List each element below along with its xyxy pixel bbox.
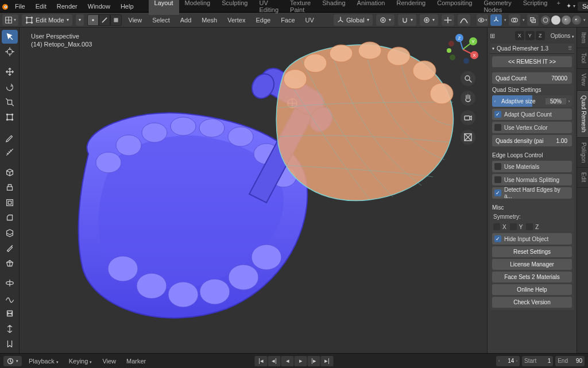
tool-rotate[interactable] xyxy=(2,80,18,94)
gizmo-toggle[interactable] xyxy=(490,14,502,26)
sym-z[interactable]: Z xyxy=(526,223,539,230)
editor-type-button[interactable]: ▾ xyxy=(2,14,18,26)
rendered-shading[interactable] xyxy=(572,16,581,25)
axis-z-toggle[interactable]: Z xyxy=(536,31,545,40)
tool-scale[interactable] xyxy=(2,95,18,109)
wireframe-shading[interactable] xyxy=(541,16,550,25)
timeline-editor-icon[interactable]: ▾ xyxy=(3,356,22,366)
menu-add[interactable]: Add xyxy=(177,17,195,24)
scene-selector[interactable]: ✦▾ Scene xyxy=(564,2,588,11)
overlays-toggle[interactable] xyxy=(509,14,520,26)
play-reverse-button[interactable]: ◂ xyxy=(281,356,294,366)
menu-select[interactable]: Select xyxy=(149,17,173,24)
xray-toggle[interactable] xyxy=(527,14,539,26)
tool-smooth[interactable] xyxy=(2,292,18,305)
edge-select-mode[interactable] xyxy=(99,14,110,26)
timeline-view-menu[interactable]: View xyxy=(99,358,119,365)
tab-texture-paint[interactable]: Texture Paint xyxy=(284,0,316,15)
tab-edit[interactable]: Edit xyxy=(577,168,588,187)
detect-hard-edges-check[interactable]: ✓Detect Hard Edges by a... xyxy=(492,187,572,199)
use-normals-check[interactable]: Use Normals Splitting xyxy=(492,174,572,185)
sym-y[interactable]: Y xyxy=(510,223,523,230)
perspective-icon[interactable] xyxy=(461,130,475,145)
tool-extrude[interactable] xyxy=(2,181,18,195)
tab-shading[interactable]: Shading xyxy=(316,0,351,15)
adaptive-size-slider[interactable]: ‹ Adaptive size 50% › xyxy=(492,95,572,107)
hide-input-check[interactable]: ✓Hide Input Object xyxy=(492,233,572,245)
online-help-button[interactable]: Online Help xyxy=(492,284,572,295)
prev-key-button[interactable]: ◂| xyxy=(268,356,281,366)
keying-menu[interactable]: Keying ▾ xyxy=(65,358,96,365)
use-materials-check[interactable]: Use Materials xyxy=(492,161,572,172)
adapt-quad-count-check[interactable]: ✓Adapt Quad Count xyxy=(492,109,572,120)
visibility-icon[interactable]: ▾ xyxy=(477,14,488,26)
mode-selector[interactable]: Edit Mode ▾ xyxy=(22,14,72,26)
reset-settings-button[interactable]: Reset Settings xyxy=(492,246,572,257)
menu-help[interactable]: Help xyxy=(116,1,138,11)
menu-uv[interactable]: UV xyxy=(302,17,318,24)
tab-animation[interactable]: Animation xyxy=(351,0,391,15)
tab-rendering[interactable]: Rendering xyxy=(390,0,431,15)
menu-render[interactable]: Render xyxy=(52,1,82,11)
panel-header-quadremesher[interactable]: ▾Quad Remesher 1.3 ⠿ xyxy=(490,44,574,54)
license-manager-button[interactable]: License Manager xyxy=(492,259,572,270)
quad-count-field[interactable]: Quad Count 70000 xyxy=(492,72,572,84)
jump-end-button[interactable]: ▸| xyxy=(321,356,334,366)
tab-sculpting[interactable]: Sculpting xyxy=(216,0,253,15)
menu-vertex[interactable]: Vertex xyxy=(224,17,249,24)
tool-annotate[interactable] xyxy=(2,130,18,144)
tool-measure[interactable] xyxy=(2,146,18,160)
add-workspace-button[interactable]: + xyxy=(553,0,563,15)
use-vertex-color-check[interactable]: Use Vertex Color xyxy=(492,122,572,133)
xray-curve-icon[interactable] xyxy=(458,14,470,26)
face-select-mode[interactable] xyxy=(110,14,122,26)
tab-compositing[interactable]: Compositing xyxy=(431,0,478,15)
tab-quad-remesh[interactable]: Quad Remesh xyxy=(577,91,588,137)
playback-menu[interactable]: Playback ▾ xyxy=(25,358,62,365)
tool-knife[interactable] xyxy=(2,242,18,255)
floor-icon[interactable]: ⊞ xyxy=(490,32,495,40)
sym-x[interactable]: X xyxy=(493,223,506,230)
tab-tool[interactable]: Tool xyxy=(577,48,588,68)
menu-file[interactable]: File xyxy=(10,1,30,11)
snap-selector[interactable]: ▾ xyxy=(398,14,416,26)
scene-name[interactable]: Scene xyxy=(578,2,588,11)
tool-loopcut[interactable] xyxy=(2,226,18,240)
check-version-button[interactable]: Check Version xyxy=(492,297,572,308)
tool-select-box[interactable] xyxy=(2,30,18,44)
tool-polybuild[interactable] xyxy=(2,257,18,270)
tool-rip[interactable] xyxy=(2,338,18,351)
tab-sidebar-view[interactable]: View xyxy=(577,69,588,91)
quads-density-field[interactable]: Quads density (pai 1.00 xyxy=(492,135,572,146)
mesh-auto-merge[interactable] xyxy=(442,14,454,26)
remesh-it-button[interactable]: << REMESH IT >> xyxy=(492,56,572,67)
tab-layout[interactable]: Layout xyxy=(149,0,179,15)
zoom-icon[interactable] xyxy=(461,71,475,86)
tool-move[interactable] xyxy=(2,65,18,79)
tab-poliigon[interactable]: Poliigon xyxy=(577,138,588,168)
tool-transform[interactable] xyxy=(2,111,18,125)
tab-geometry-nodes[interactable]: Geometry Nodes xyxy=(478,0,517,15)
tab-scripting[interactable]: Scripting xyxy=(517,0,554,15)
next-key-button[interactable]: |▸ xyxy=(308,356,320,366)
menu-mesh[interactable]: Mesh xyxy=(198,17,220,24)
pivot-selector[interactable]: ▾ xyxy=(376,14,394,26)
tool-bevel[interactable] xyxy=(2,211,18,225)
orientation-selector[interactable]: Global▾ xyxy=(334,14,373,26)
pan-icon[interactable] xyxy=(461,91,475,106)
play-button[interactable]: ▸ xyxy=(295,356,307,366)
tool-inset[interactable] xyxy=(2,196,18,210)
menu-face[interactable]: Face xyxy=(277,17,298,24)
proportional-edit[interactable]: ▾ xyxy=(420,14,438,26)
end-frame-field[interactable]: End90 xyxy=(555,356,585,366)
axis-gizmo[interactable]: X Y Z xyxy=(447,33,479,65)
menu-window[interactable]: Window xyxy=(83,1,115,11)
vertex-select-mode[interactable] xyxy=(87,14,99,26)
camera-icon[interactable] xyxy=(461,110,475,125)
dropdown-caret[interactable]: ▾ xyxy=(76,14,84,26)
tab-uv-editing[interactable]: UV Editing xyxy=(253,0,284,15)
axis-y-toggle[interactable]: Y xyxy=(525,31,535,40)
face-sets-materials-button[interactable]: Face Sets 2 Materials xyxy=(492,272,572,282)
menu-view[interactable]: View xyxy=(125,17,146,24)
tool-cursor[interactable] xyxy=(2,45,18,59)
